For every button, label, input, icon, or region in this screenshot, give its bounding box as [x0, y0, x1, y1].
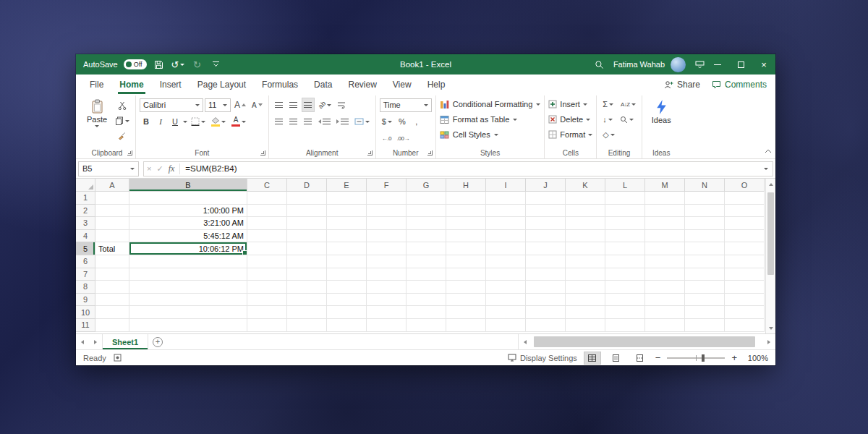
- paste-button[interactable]: Paste: [82, 97, 111, 127]
- cell-E1[interactable]: [327, 192, 367, 205]
- cell-K5[interactable]: [566, 242, 605, 255]
- name-box[interactable]: B5: [78, 161, 139, 176]
- cell-L2[interactable]: [605, 205, 645, 218]
- sheet-nav-left-icon[interactable]: [76, 334, 89, 349]
- cell-M7[interactable]: [645, 268, 685, 281]
- cell-B5[interactable]: 10:06:12 PM: [129, 242, 247, 255]
- zoom-slider[interactable]: [667, 353, 725, 363]
- cell-A6[interactable]: [95, 255, 129, 268]
- cell-I10[interactable]: [486, 306, 526, 319]
- tab-home[interactable]: Home: [111, 75, 151, 94]
- top-align-button[interactable]: [273, 98, 286, 112]
- cell-K4[interactable]: [566, 230, 605, 243]
- cell-M6[interactable]: [645, 255, 685, 268]
- decrease-decimal-button[interactable]: .00→: [395, 131, 412, 145]
- cell-A5[interactable]: Total: [95, 242, 129, 255]
- cell-L3[interactable]: [605, 217, 645, 230]
- decrease-font-button[interactable]: A: [250, 98, 265, 112]
- copy-button[interactable]: [113, 114, 132, 128]
- cell-K7[interactable]: [566, 268, 605, 281]
- cell-D5[interactable]: [287, 242, 327, 255]
- cell-E8[interactable]: [327, 281, 367, 294]
- cell-G11[interactable]: [407, 319, 446, 332]
- orientation-button[interactable]: ab: [316, 98, 333, 112]
- cell-E3[interactable]: [327, 217, 367, 230]
- cell-C6[interactable]: [247, 255, 287, 268]
- cell-N10[interactable]: [685, 306, 725, 319]
- collapse-ribbon-button[interactable]: [765, 145, 772, 156]
- cell-F4[interactable]: [367, 230, 407, 243]
- cell-I7[interactable]: [486, 268, 526, 281]
- delete-cells-button[interactable]: Delete: [548, 112, 590, 127]
- merge-center-button[interactable]: [352, 114, 372, 129]
- view-normal-button[interactable]: [584, 352, 601, 365]
- cell-O11[interactable]: [725, 319, 765, 332]
- autosave-toggle[interactable]: Off: [124, 59, 147, 69]
- cell-L8[interactable]: [605, 281, 645, 294]
- cell-N1[interactable]: [685, 192, 725, 205]
- zoom-out-button[interactable]: −: [655, 353, 661, 362]
- percent-style-button[interactable]: %: [396, 114, 409, 129]
- cell-C8[interactable]: [247, 281, 287, 294]
- cell-D4[interactable]: [287, 230, 327, 243]
- save-button[interactable]: [153, 54, 166, 75]
- column-header-L[interactable]: L: [605, 179, 645, 192]
- cell-J11[interactable]: [526, 319, 566, 332]
- comma-style-button[interactable]: ,: [410, 114, 423, 129]
- cell-A2[interactable]: [95, 205, 129, 218]
- cell-O4[interactable]: [725, 230, 765, 243]
- cell-K9[interactable]: [566, 294, 605, 307]
- format-painter-button[interactable]: [113, 129, 132, 143]
- cell-N9[interactable]: [685, 294, 725, 307]
- zoom-level[interactable]: 100%: [744, 354, 768, 362]
- cell-E9[interactable]: [327, 294, 367, 307]
- cell-J2[interactable]: [526, 205, 566, 218]
- undo-button[interactable]: ↺: [171, 54, 185, 75]
- cell-J10[interactable]: [526, 306, 566, 319]
- cell-I8[interactable]: [486, 281, 526, 294]
- column-header-D[interactable]: D: [287, 179, 327, 192]
- column-header-K[interactable]: K: [566, 179, 605, 192]
- share-button[interactable]: Share: [664, 80, 700, 90]
- cell-H11[interactable]: [446, 319, 486, 332]
- cell-N8[interactable]: [685, 281, 725, 294]
- cell-O10[interactable]: [725, 306, 765, 319]
- zoom-in-button[interactable]: +: [731, 353, 737, 362]
- column-header-I[interactable]: I: [486, 179, 526, 192]
- cell-B8[interactable]: [129, 281, 247, 294]
- cell-E6[interactable]: [327, 255, 367, 268]
- formula-bar-expand-icon[interactable]: [764, 168, 768, 170]
- column-header-G[interactable]: G: [407, 179, 446, 192]
- insert-cells-button[interactable]: Insert: [548, 97, 587, 111]
- cell-K2[interactable]: [566, 205, 605, 218]
- cell-N11[interactable]: [685, 319, 725, 332]
- cell-D3[interactable]: [287, 217, 327, 230]
- cell-K1[interactable]: [566, 192, 605, 205]
- cell-J6[interactable]: [526, 255, 566, 268]
- cell-L4[interactable]: [605, 230, 645, 243]
- cell-G9[interactable]: [407, 294, 446, 307]
- cell-A7[interactable]: [95, 268, 129, 281]
- column-header-H[interactable]: H: [446, 179, 486, 192]
- cell-G3[interactable]: [407, 217, 446, 230]
- cell-M5[interactable]: [645, 242, 685, 255]
- clipboard-dialog-launcher[interactable]: [127, 150, 132, 156]
- cell-B2[interactable]: 1:00:00 PM: [129, 205, 247, 218]
- tab-insert[interactable]: Insert: [152, 75, 190, 94]
- font-size-combo[interactable]: 11: [205, 98, 231, 112]
- cell-E10[interactable]: [327, 306, 367, 319]
- cell-L11[interactable]: [605, 319, 645, 332]
- row-header-7[interactable]: 7: [76, 268, 95, 281]
- cell-H3[interactable]: [446, 217, 486, 230]
- cell-M9[interactable]: [645, 294, 685, 307]
- column-header-E[interactable]: E: [327, 179, 367, 192]
- sheet-nav-right-icon[interactable]: [89, 334, 102, 349]
- new-sheet-button[interactable]: +: [148, 334, 167, 349]
- cell-G4[interactable]: [407, 230, 446, 243]
- font-name-combo[interactable]: Calibri: [140, 98, 203, 112]
- cell-L5[interactable]: [605, 242, 645, 255]
- tab-help[interactable]: Help: [420, 75, 454, 94]
- bold-button[interactable]: B: [140, 114, 153, 129]
- cell-H7[interactable]: [446, 268, 486, 281]
- cell-I9[interactable]: [486, 294, 526, 307]
